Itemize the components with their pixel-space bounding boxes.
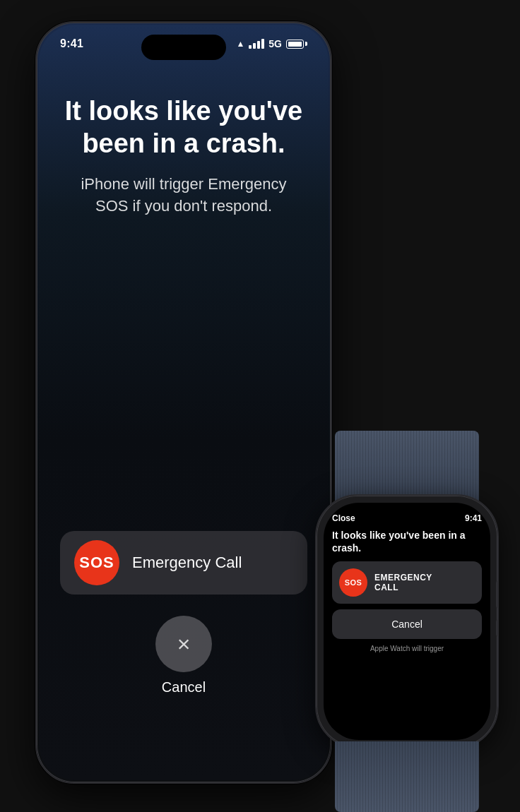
- watch-crash-title: It looks like you've been in a crash.: [332, 529, 482, 554]
- iphone-content: It looks like you've been in a crash. iP…: [39, 74, 329, 239]
- watch-side-button: [496, 619, 499, 637]
- watch-emergency-call-button[interactable]: SOS EMERGENCYCALL: [332, 561, 482, 604]
- watch-emergency-call-label: EMERGENCYCALL: [374, 573, 432, 593]
- iphone-device: 9:41 ▲ 5G It looks li: [35, 21, 332, 784]
- iphone-status-icons: ▲ 5G: [236, 38, 307, 49]
- iphone-screen: 9:41 ▲ 5G It looks li: [39, 25, 329, 780]
- iphone-buttons: SOS Emergency Call × Cancel: [39, 531, 329, 695]
- watch-cancel-label: Cancel: [391, 619, 422, 630]
- crash-subtitle: iPhone will trigger Emergency SOS if you…: [64, 174, 304, 217]
- location-icon: ▲: [236, 39, 244, 49]
- watch-header: Close 9:41: [332, 513, 482, 523]
- watch-band-top: [335, 431, 479, 501]
- cancel-x-icon: ×: [177, 631, 191, 657]
- watch-sos-text: SOS: [345, 578, 362, 587]
- cancel-label: Cancel: [162, 679, 206, 695]
- emergency-call-label: Emergency Call: [132, 554, 242, 572]
- signal-icon: [249, 39, 264, 49]
- scene: 9:41 ▲ 5G It looks li: [0, 0, 520, 812]
- dynamic-island: [141, 35, 226, 60]
- battery-icon: [286, 40, 307, 49]
- iphone-time: 9:41: [60, 37, 83, 50]
- cancel-button[interactable]: × Cancel: [155, 616, 212, 695]
- apple-watch-device: Close 9:41 It looks like you've been in …: [315, 452, 499, 791]
- watch-sos-circle: SOS: [339, 568, 367, 597]
- watch-body: Close 9:41 It looks like you've been in …: [315, 494, 499, 748]
- watch-close-button[interactable]: Close: [332, 513, 355, 523]
- sos-circle-text: SOS: [79, 554, 114, 572]
- network-label: 5G: [268, 38, 282, 49]
- emergency-call-button[interactable]: SOS Emergency Call: [60, 531, 307, 595]
- watch-crown: [496, 580, 499, 609]
- watch-footer-text: Apple Watch will trigger: [332, 645, 482, 652]
- cancel-circle: ×: [155, 616, 212, 672]
- watch-cancel-button[interactable]: Cancel: [332, 609, 482, 639]
- watch-band-bottom: [335, 741, 479, 812]
- watch-time: 9:41: [465, 513, 482, 523]
- sos-circle: SOS: [74, 540, 119, 585]
- watch-screen: Close 9:41 It looks like you've been in …: [324, 503, 490, 740]
- crash-title: It looks like you've been in a crash.: [64, 95, 304, 160]
